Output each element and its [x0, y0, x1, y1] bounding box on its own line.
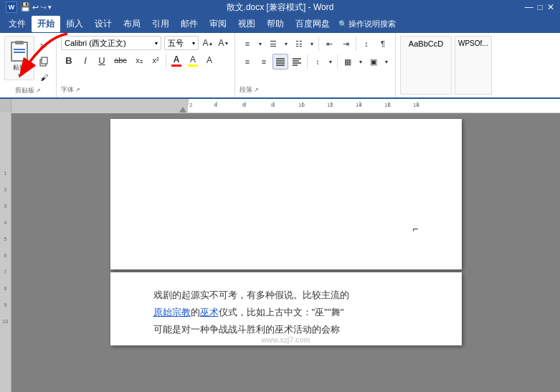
align-left-btn[interactable]: ≡: [239, 54, 255, 70]
line-spacing-dropdown[interactable]: ▾: [326, 54, 335, 70]
font-color-icon: A: [174, 54, 180, 64]
ribbon-group-styles: AaBbCcD WPSOf...: [396, 33, 560, 97]
highlight-bar: [188, 64, 198, 67]
menu-help[interactable]: 帮助: [261, 16, 290, 32]
menu-baidu[interactable]: 百度网盘: [290, 16, 336, 32]
ruler: 2 4 6 8 10 12 14 16 18: [0, 99, 560, 113]
clipboard-group-label: 剪贴板 ↗: [15, 86, 41, 95]
font-name-arrow: ▾: [155, 40, 158, 47]
bullets-dropdown[interactable]: ▾: [256, 36, 265, 52]
menu-review[interactable]: 审阅: [204, 16, 232, 32]
paste-button[interactable]: 粘贴 ▾: [4, 36, 34, 80]
menu-insert[interactable]: 插入: [60, 16, 89, 32]
para-expand-icon[interactable]: ↗: [254, 87, 259, 93]
show-marks-btn[interactable]: ¶: [375, 36, 391, 52]
bold-button[interactable]: B: [61, 52, 77, 68]
page-bottom[interactable]: 戏剧的起源实不可考，有多种假说。比较主流的 原始宗教的巫术仪式，比如上古中文："…: [110, 272, 462, 345]
svg-text:18: 18: [413, 102, 419, 108]
paste-dropdown-arrow[interactable]: ▾: [18, 72, 21, 78]
clipboard-body: [11, 42, 28, 62]
borders-dropdown[interactable]: ▾: [382, 54, 391, 70]
justify-btn[interactable]: [289, 54, 305, 70]
multilevel-dropdown[interactable]: ▾: [308, 36, 316, 52]
minimize-btn[interactable]: —: [525, 2, 533, 12]
ruler-ticks-inner: 2 4 6 8 10 12 14 16 18: [188, 99, 560, 113]
font-size-selector[interactable]: 五号 ▾: [164, 36, 199, 50]
shading-btn[interactable]: ▦: [340, 54, 356, 70]
font-decrease-btn[interactable]: A▼: [217, 37, 230, 49]
paste-icon: [9, 38, 30, 62]
menu-file[interactable]: 文件: [3, 16, 32, 32]
menu-home[interactable]: 开始: [32, 16, 60, 32]
format-painter-button[interactable]: 🖌: [36, 70, 52, 85]
decrease-indent-btn[interactable]: ⇤: [321, 36, 337, 52]
document-area: 12345678910 ⌐ 戏剧的起源实不可考，有多种假说。比较主流的 原始宗教…: [0, 113, 560, 392]
multilevel-btn[interactable]: ☷: [291, 36, 307, 52]
close-btn[interactable]: ✕: [547, 2, 554, 12]
clipboard-top: [15, 41, 24, 44]
font-increase-btn[interactable]: A▲: [201, 37, 214, 49]
shading-dropdown[interactable]: ▾: [356, 54, 365, 70]
subscript-button[interactable]: x₂: [131, 52, 147, 68]
svg-text:12: 12: [327, 102, 333, 108]
doc-line2: [14, 52, 25, 53]
ruler-indent-marker: [179, 107, 186, 113]
line-spacing-btn[interactable]: ↕: [310, 54, 326, 70]
copy-button[interactable]: [36, 54, 52, 69]
watermark: www.xzj7.com: [110, 336, 462, 344]
clear-format-btn[interactable]: A: [201, 52, 217, 68]
increase-indent-btn[interactable]: ⇥: [338, 36, 353, 52]
font-color-btn[interactable]: A: [169, 52, 184, 68]
link-witchcraft[interactable]: 巫术: [200, 307, 219, 317]
align-center-btn[interactable]: ≡: [256, 54, 272, 70]
ruler-left-gray: [11, 99, 178, 113]
menu-layout[interactable]: 布局: [118, 16, 146, 32]
cut-button[interactable]: ✂: [36, 39, 52, 53]
numbering-dropdown[interactable]: ▾: [282, 36, 290, 52]
paragraph2: 原始宗教的巫术仪式，比如上古中文："巫""舞": [153, 304, 419, 321]
menu-mailings[interactable]: 邮件: [175, 16, 204, 32]
para2-suffix: 仪式，比如上古中文："巫""舞": [219, 307, 344, 317]
font-group-label: 字体 ↗: [61, 85, 230, 95]
window-controls: — □ ✕: [525, 2, 554, 12]
sort-btn[interactable]: ↕: [359, 36, 374, 52]
ruler-marker: [178, 99, 188, 113]
italic-button[interactable]: I: [77, 52, 93, 68]
search-label[interactable]: 操作说明搜索: [348, 19, 396, 29]
numbering-btn[interactable]: ☰: [265, 36, 281, 52]
style-normal-btn[interactable]: AaBbCcD: [400, 36, 452, 95]
menu-view[interactable]: 视图: [232, 16, 261, 32]
svg-text:16: 16: [384, 102, 391, 108]
ribbon-group-font: Calibri (西文正文) ▾ 五号 ▾ A▲ A▼ B I U abc x₂…: [57, 33, 235, 97]
bullets-btn[interactable]: ≡: [239, 36, 255, 52]
highlight-btn[interactable]: A: [185, 52, 201, 68]
para-row1: ≡ ▾ ☰ ▾ ☷ ▾ ⇤ ⇥ ↕ ¶: [239, 36, 391, 52]
font-sep1: [166, 53, 166, 67]
strikethrough-button[interactable]: abc: [110, 52, 130, 68]
page-top[interactable]: ⌐: [110, 119, 462, 269]
search-box: 🔍 操作说明搜索: [338, 19, 396, 29]
justify-icon: [275, 57, 285, 66]
undo-btn[interactable]: ↩: [32, 3, 39, 12]
customize-btn[interactable]: ▾: [48, 4, 52, 11]
underline-button[interactable]: U: [94, 52, 110, 68]
borders-btn[interactable]: ▣: [366, 54, 381, 70]
menu-design[interactable]: 设计: [89, 16, 118, 32]
clipboard-small-btns: ✂ 🖌: [36, 36, 52, 85]
align-right-btn[interactable]: [272, 54, 288, 70]
style-wps-btn[interactable]: WPSOf...: [455, 36, 492, 95]
menu-references[interactable]: 引用: [146, 16, 175, 32]
font-expand-icon[interactable]: ↗: [75, 87, 80, 93]
font-name-selector[interactable]: Calibri (西文正文) ▾: [61, 36, 161, 50]
ribbon: 粘贴 ▾ ✂ 🖌 剪贴板 ↗ Calibri (西文正文) ▾: [0, 33, 560, 99]
page-area[interactable]: ⌐ 戏剧的起源实不可考，有多种假说。比较主流的 原始宗教的巫术仪式，比如上古中文…: [11, 113, 560, 392]
save-btn[interactable]: 💾: [20, 2, 31, 12]
superscript-button[interactable]: x²: [148, 52, 163, 68]
link-religious[interactable]: 原始宗教: [153, 307, 191, 317]
maximize-btn[interactable]: □: [538, 2, 543, 12]
clipboard-expand-icon[interactable]: ↗: [36, 87, 41, 94]
clipboard-buttons: 粘贴 ▾ ✂ 🖌: [4, 36, 52, 85]
title-text: 散文.docx [兼容模式] - Word: [227, 1, 334, 14]
redo-btn[interactable]: ↪: [40, 3, 47, 12]
svg-text:10: 10: [298, 102, 305, 108]
